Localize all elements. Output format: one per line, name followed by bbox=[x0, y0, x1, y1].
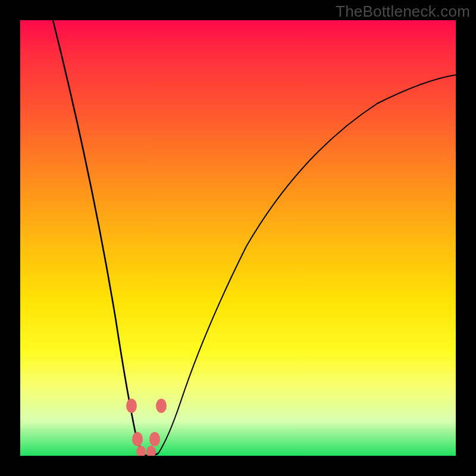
marker-left-upper bbox=[126, 399, 137, 413]
curve-layer bbox=[20, 20, 456, 456]
marker-bottom-right bbox=[146, 446, 156, 456]
marker-bottom-left bbox=[136, 446, 146, 456]
right-branch-path bbox=[158, 75, 456, 453]
marker-right-lower bbox=[149, 432, 160, 446]
left-branch-path bbox=[53, 20, 145, 455]
marker-right-upper bbox=[156, 399, 167, 413]
watermark-text: TheBottleneck.com bbox=[336, 2, 470, 21]
marker-left-lower bbox=[132, 432, 143, 446]
plot-area bbox=[20, 20, 456, 456]
chart-frame: TheBottleneck.com bbox=[0, 0, 476, 476]
